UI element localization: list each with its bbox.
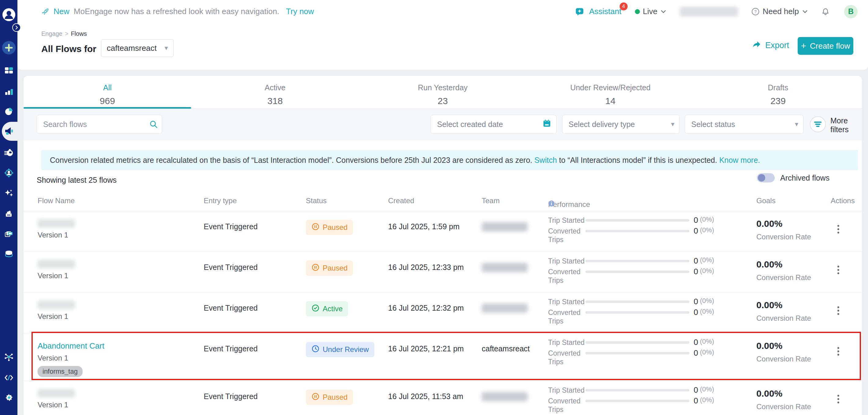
archived-flows-toggle[interactable] [757, 173, 775, 182]
created-date-filter[interactable]: Select created date [431, 115, 557, 134]
metric-value: 0 [694, 215, 698, 225]
table-row: Version 1 Event Triggered Paused 16 Jul … [24, 211, 862, 252]
scheduled-timer-icon[interactable] [4, 148, 14, 158]
tab-under-review-rejected[interactable]: Under Review/Rejected14 [527, 76, 694, 108]
metric-value: 0 [694, 385, 698, 395]
row-actions-kebab[interactable] [836, 221, 841, 237]
table-row: Abandonment Cart Version 1 informs_tag E… [24, 333, 862, 381]
goals-cell: 0.00% Conversion Rate [756, 300, 811, 323]
campaigns-megaphone-icon[interactable] [4, 126, 14, 136]
analytics-icon[interactable] [4, 87, 13, 96]
templates-layers-icon[interactable] [4, 229, 13, 238]
entry-type-cell: Event Triggered [204, 263, 258, 272]
header-created: Created [388, 197, 414, 205]
row-actions-kebab[interactable] [836, 344, 841, 359]
goal-label: Conversion Rate [756, 233, 811, 241]
goals-cell: 0.00% Conversion Rate [756, 259, 811, 282]
status-filter[interactable]: Select status ▾ [685, 115, 803, 134]
flows-list-card: All969Active318Run Yesterday23Under Revi… [24, 76, 862, 415]
breadcrumb: Engage > Flows [41, 30, 87, 37]
more-filters-button[interactable]: More filters [810, 116, 862, 135]
banner-new-label: New [54, 7, 69, 16]
tab-run-yesterday[interactable]: Run Yesterday23 [359, 76, 526, 108]
redacted-team-name [482, 304, 528, 313]
tab-drafts[interactable]: Drafts239 [694, 76, 862, 108]
tab-all[interactable]: All969 [24, 76, 191, 108]
team-cell [482, 304, 546, 313]
status-badge: Paused [306, 261, 353, 276]
ai-sparkles-icon[interactable] [4, 188, 13, 198]
create-flow-button[interactable]: + Create flow [798, 37, 853, 55]
dashboard-icon[interactable] [4, 66, 13, 75]
export-button[interactable]: Export [752, 39, 789, 52]
header-entry-type: Entry type [204, 197, 237, 205]
settings-gear-icon[interactable] [4, 393, 13, 403]
metric-label: Converted Trips [548, 226, 585, 244]
need-help-menu[interactable]: ? Need help [751, 7, 808, 16]
flow-version: Version 1 [38, 271, 197, 280]
goal-value: 0.00% [756, 300, 811, 310]
header-team: Team [482, 197, 500, 205]
assistant-label: Assistant [589, 7, 621, 16]
notifications-bell-button[interactable] [822, 8, 831, 16]
chevron-down-icon: ▾ [795, 120, 798, 128]
create-new-button[interactable] [2, 41, 16, 55]
search-input[interactable] [37, 115, 162, 134]
row-actions-kebab[interactable] [836, 391, 841, 407]
metric-percent: (0%) [700, 256, 714, 264]
metric-percent: (0%) [700, 297, 714, 305]
switch-link[interactable]: Switch [534, 156, 557, 164]
info-icon[interactable] [548, 200, 555, 209]
flow-name-link[interactable]: Abandonment Cart [38, 341, 104, 351]
goal-label: Conversion Rate [756, 403, 811, 411]
row-actions-kebab[interactable] [836, 262, 841, 277]
sidebar-expand-chevron[interactable] [12, 23, 21, 32]
table-row: Version 1 Event Triggered Active 16 Jul … [24, 293, 862, 333]
filter-icon [810, 116, 826, 135]
try-now-link[interactable]: Try now [286, 7, 314, 16]
team-cell [482, 222, 546, 231]
flow-name-cell: Version 1 [38, 260, 197, 280]
tab-active[interactable]: Active318 [191, 76, 359, 108]
performance-cell: Trip Started0(0%)Converted Trips0(0%) [548, 385, 756, 415]
performance-metric: Converted Trips0(0%) [548, 307, 756, 325]
reports-pie-icon[interactable] [4, 107, 13, 116]
breadcrumb-engage[interactable]: Engage [41, 30, 62, 37]
status-placeholder: Select status [691, 120, 735, 129]
metric-value: 0 [694, 267, 698, 276]
developer-api-icon[interactable] [4, 373, 13, 382]
integrations-network-icon[interactable] [4, 352, 13, 361]
metric-percent: (0%) [700, 348, 714, 356]
goal-value: 0.00% [756, 388, 811, 399]
performance-metric: Converted Trips0(0%) [548, 226, 756, 244]
user-avatar[interactable]: B [844, 5, 858, 18]
header-status: Status [306, 197, 327, 205]
goal-label: Conversion Rate [756, 273, 811, 282]
audience-target-icon[interactable] [4, 168, 13, 178]
metric-value: 0 [694, 396, 698, 406]
metric-progress-bar [585, 260, 689, 262]
rocket-icon [41, 8, 49, 16]
chevron-down-icon [660, 8, 666, 15]
assistant-button[interactable]: Assistant 4 [576, 7, 621, 16]
team-selector-dropdown[interactable]: cafteamsreact ▾ [101, 39, 174, 57]
announcement-banner: New MoEngage now has a refreshed look wi… [41, 0, 314, 23]
delivery-type-filter[interactable]: Select delivery type ▾ [562, 115, 680, 134]
metric-label: Converted Trips [548, 307, 585, 325]
row-actions-kebab[interactable] [836, 303, 841, 318]
metric-percent: (0%) [700, 267, 714, 275]
entry-type-cell: Event Triggered [204, 222, 258, 231]
team-selector-value: cafteamsreact [107, 43, 157, 53]
metric-progress-bar [585, 389, 689, 391]
redacted-flow-name [38, 300, 75, 309]
live-label: Live [643, 7, 658, 16]
status-icon [311, 223, 320, 233]
table-header-row: Flow Name Entry type Status Created Team… [24, 193, 862, 211]
metric-percent: (0%) [700, 385, 714, 393]
content-docs-icon[interactable] [4, 209, 13, 218]
moengage-logo[interactable] [2, 8, 16, 22]
data-management-icon[interactable] [4, 249, 13, 259]
know-more-link[interactable]: Know more. [719, 156, 760, 164]
redacted-workspace-name [680, 7, 738, 17]
environment-selector[interactable]: Live [635, 7, 667, 16]
